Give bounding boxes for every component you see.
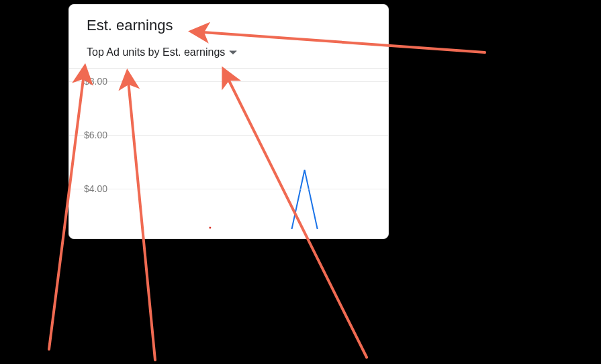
chart-area: $8.00$6.00$4.00: [69, 68, 388, 229]
earnings-card: Est. earnings Top Ad units by Est. earni…: [68, 4, 389, 239]
y-axis-tick: $8.00: [84, 76, 107, 87]
dropdown-label: Top Ad units by Est. earnings: [87, 46, 225, 58]
dimension-dropdown[interactable]: Top Ad units by Est. earnings: [69, 41, 388, 68]
card-header: Est. earnings: [69, 17, 388, 41]
chart-plot: [69, 68, 389, 229]
y-axis-tick: $6.00: [84, 130, 107, 140]
caret-down-icon: [229, 50, 237, 55]
y-axis-tick: $4.00: [84, 183, 107, 194]
svg-point-0: [209, 227, 211, 229]
card-title: Est. earnings: [87, 17, 372, 34]
